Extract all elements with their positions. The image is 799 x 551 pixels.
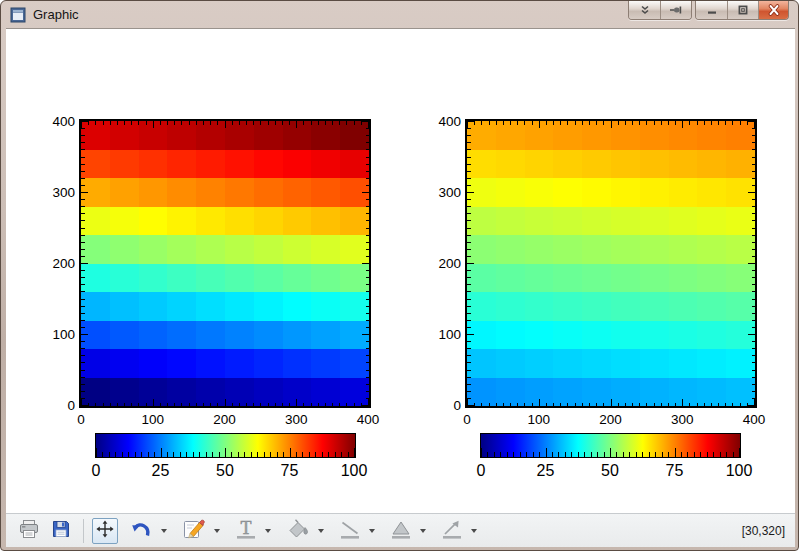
- heatmap-cell: [311, 264, 340, 293]
- heatmap-cell: [553, 264, 582, 293]
- undo-button[interactable]: [127, 518, 155, 544]
- axis-tick: [578, 452, 579, 457]
- axis-tick: [257, 452, 258, 457]
- restore-button[interactable]: [727, 1, 758, 20]
- line-tool-icon: [339, 518, 361, 544]
- axis-tick: [740, 403, 741, 407]
- graphics-canvas[interactable]: 0100200300400 0100200300400 0255075100 0…: [6, 28, 795, 513]
- line-tool-button[interactable]: [337, 518, 363, 544]
- axis-tick: [328, 452, 329, 457]
- heatmap-cell: [225, 150, 254, 179]
- roll-up-button[interactable]: [629, 1, 660, 20]
- axis-tick: [467, 277, 471, 278]
- heatmap-cell: [225, 264, 254, 293]
- pin-button[interactable]: [660, 1, 691, 20]
- axis-tick: [662, 452, 663, 457]
- axis-tick: [366, 370, 370, 371]
- close-button[interactable]: [758, 1, 788, 20]
- axis-tick: [117, 121, 118, 125]
- fill-dropdown-arrow[interactable]: [318, 529, 324, 533]
- heatmap-cell: [582, 207, 611, 236]
- left-heatmap-plot[interactable]: [79, 119, 371, 408]
- text-tool-button[interactable]: T: [233, 518, 259, 544]
- axis-tick: [366, 164, 370, 165]
- axis-tick: [81, 213, 85, 214]
- axis-tick: [366, 320, 370, 321]
- axis-tick: [467, 178, 471, 179]
- axis-tick: [754, 121, 755, 128]
- axis-tick: [366, 313, 370, 314]
- print-button[interactable]: [16, 518, 42, 544]
- y-tick-label: 200: [52, 256, 75, 271]
- pin-icon: [669, 2, 683, 20]
- heatmap-cell: [582, 292, 611, 321]
- axis-tick: [733, 452, 734, 457]
- axis-tick: [539, 121, 540, 128]
- heatmap-cell: [582, 121, 611, 150]
- axis-tick: [655, 452, 656, 457]
- polygon-dropdown-arrow[interactable]: [420, 529, 426, 533]
- axis-tick: [546, 121, 547, 125]
- x-tick-label: 400: [743, 412, 766, 427]
- axis-tick: [81, 348, 85, 349]
- pan-tool-button[interactable]: [92, 518, 118, 544]
- axis-tick: [517, 121, 518, 125]
- axis-tick: [181, 121, 182, 125]
- axis-tick: [467, 398, 471, 399]
- heatmap-cell: [311, 207, 340, 236]
- axis-tick: [203, 121, 204, 125]
- heatmap-cell: [669, 349, 698, 378]
- heatmap-cell: [669, 178, 698, 207]
- heatmap-cell: [110, 207, 139, 236]
- axis-tick: [467, 299, 471, 300]
- annotate-dropdown-arrow[interactable]: [214, 529, 220, 533]
- heatmap-cell: [640, 207, 669, 236]
- heatmap-cell: [311, 235, 340, 264]
- heatmap-cell: [496, 264, 525, 293]
- svg-text:T: T: [241, 518, 252, 538]
- axis-tick: [81, 405, 88, 406]
- polygon-tool-icon: [390, 518, 412, 544]
- line-dropdown-arrow[interactable]: [369, 529, 375, 533]
- axis-tick: [362, 263, 369, 264]
- right-heatmap-plot[interactable]: [465, 119, 757, 408]
- axis-tick: [138, 403, 139, 407]
- axis-tick: [553, 403, 554, 407]
- heatmap-cell: [525, 292, 554, 321]
- right-plot-y-axis-labels: 0100200300400: [415, 119, 461, 408]
- heatmap-cell: [640, 321, 669, 350]
- arrow-dropdown-arrow[interactable]: [471, 529, 477, 533]
- heatmap-cell: [283, 150, 312, 179]
- axis-tick: [180, 452, 181, 457]
- axis-tick: [752, 249, 756, 250]
- heatmap-cell: [697, 264, 726, 293]
- heatmap-cell: [525, 178, 554, 207]
- titlebar[interactable]: Graphic: [1, 1, 798, 28]
- axis-tick: [496, 403, 497, 407]
- heatmap-cell: [467, 150, 496, 179]
- axis-tick: [217, 403, 218, 407]
- axis-tick: [335, 452, 336, 457]
- heatmap-cell: [640, 264, 669, 293]
- arrow-tool-button[interactable]: [439, 518, 465, 544]
- save-button[interactable]: [49, 518, 73, 544]
- axis-tick: [752, 242, 756, 243]
- axis-tick: [752, 291, 756, 292]
- axis-tick: [546, 403, 547, 407]
- fill-tool-button[interactable]: [284, 518, 312, 544]
- text-dropdown-arrow[interactable]: [265, 529, 271, 533]
- left-colorbar-gradient: [96, 434, 355, 457]
- axis-tick: [675, 403, 676, 407]
- axis-tick: [81, 121, 82, 128]
- minimize-button[interactable]: [696, 1, 727, 20]
- axis-tick: [494, 452, 495, 457]
- axis-tick: [752, 362, 756, 363]
- heatmap-cell: [611, 264, 640, 293]
- heatmap-cell: [611, 207, 640, 236]
- annotate-button[interactable]: [180, 518, 208, 544]
- polygon-tool-button[interactable]: [388, 518, 414, 544]
- axis-tick: [532, 121, 533, 125]
- axis-tick: [283, 452, 284, 457]
- heatmap-cell: [254, 178, 283, 207]
- undo-dropdown-arrow[interactable]: [161, 529, 167, 533]
